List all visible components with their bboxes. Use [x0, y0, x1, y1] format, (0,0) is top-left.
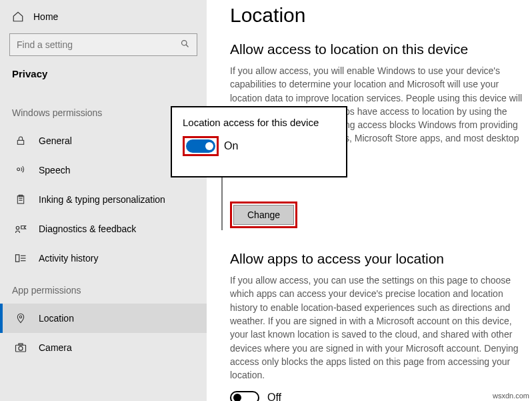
svg-rect-9: [16, 255, 19, 262]
search-box[interactable]: [9, 33, 197, 56]
home-label: Home: [33, 11, 58, 22]
main-content: Location Allow access to location on thi…: [230, 0, 530, 401]
sidebar-item-label: Activity history: [39, 253, 98, 264]
speech-icon: [15, 164, 27, 176]
popup-toggle-highlight: [183, 136, 219, 156]
toggle-track: [230, 391, 259, 401]
svg-rect-2: [17, 140, 23, 144]
change-highlight: Change: [230, 202, 297, 228]
location-access-popup: Location access for this device On: [171, 106, 347, 177]
section2-body: If you allow access, you can use the set…: [230, 274, 530, 382]
location-icon: [15, 312, 27, 324]
sidebar-item-inking[interactable]: Inking & typing personalization: [0, 185, 207, 214]
search-input[interactable]: [17, 39, 180, 50]
popup-title: Location access for this device: [183, 117, 335, 128]
feedback-icon: [15, 223, 27, 235]
popup-toggle-label: On: [224, 140, 238, 152]
change-button[interactable]: Change: [233, 205, 294, 225]
svg-point-8: [16, 226, 19, 230]
sidebar-item-label: Camera: [39, 342, 72, 353]
sidebar-item-label: Speech: [39, 165, 70, 175]
sidebar: Home Privacy Windows permissions General…: [0, 0, 207, 401]
svg-point-13: [19, 316, 21, 318]
svg-line-1: [186, 45, 188, 47]
toggle-knob: [205, 142, 213, 150]
home-nav[interactable]: Home: [0, 5, 207, 31]
device-location-toggle[interactable]: [186, 139, 215, 153]
home-icon: [12, 11, 24, 23]
svg-point-15: [19, 346, 23, 350]
sidebar-item-label: Diagnostics & feedback: [39, 224, 136, 234]
sidebar-item-label: Inking & typing personalization: [39, 194, 165, 205]
sidebar-item-label: General: [39, 135, 72, 146]
activity-icon: [15, 252, 27, 264]
section1-heading: Allow access to location on this device: [230, 41, 530, 57]
sidebar-item-camera[interactable]: Camera: [0, 333, 207, 362]
section2-heading: Allow apps to access your location: [230, 251, 530, 267]
svg-point-0: [182, 40, 187, 45]
sidebar-item-label: Location: [39, 313, 74, 324]
page-title: Location: [230, 4, 530, 27]
svg-point-3: [17, 168, 20, 171]
camera-icon: [15, 342, 27, 354]
apps-location-toggle[interactable]: Off: [230, 391, 530, 401]
toggle-label: Off: [267, 392, 281, 401]
sidebar-item-location[interactable]: Location: [0, 304, 207, 333]
category-label: Privacy: [0, 68, 207, 95]
sidebar-item-diagnostics[interactable]: Diagnostics & feedback: [0, 214, 207, 244]
watermark: wsxdn.com: [493, 392, 529, 400]
sidebar-item-activity[interactable]: Activity history: [0, 244, 207, 273]
lock-icon: [15, 135, 27, 147]
clipboard-icon: [15, 193, 27, 206]
svg-rect-16: [19, 344, 23, 345]
toggle-knob: [233, 394, 241, 401]
search-icon: [180, 39, 190, 51]
group-app-permissions: App permissions: [0, 273, 207, 304]
